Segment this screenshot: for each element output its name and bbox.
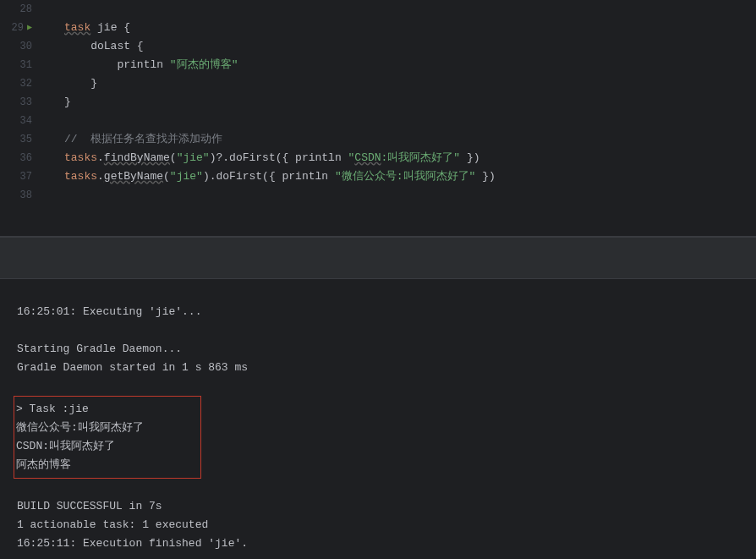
console-output: CSDN:叫我阿杰好了 bbox=[16, 437, 199, 456]
code-line[interactable]: tasks.getByName("jie").doFirst({ println… bbox=[64, 167, 756, 186]
line-number[interactable]: 34 bbox=[0, 112, 39, 130]
console-output: 16:25:01: Executing 'jie'... bbox=[17, 303, 756, 321]
console-output: 16:25:11: Execution finished 'jie'. bbox=[17, 534, 756, 553]
console-output bbox=[17, 321, 756, 340]
code-line[interactable]: println "阿杰的博客" bbox=[64, 56, 756, 74]
run-icon[interactable]: ▶ bbox=[27, 19, 32, 37]
code-line[interactable]: task jie { bbox=[64, 19, 756, 37]
line-gutter: 28 29▶ 30 31 32 33 34 35 36 37 38 bbox=[0, 0, 39, 236]
console-output: BUILD SUCCESSFUL in 7s bbox=[17, 497, 756, 516]
console-output bbox=[17, 377, 756, 396]
console-output: Gradle Daemon started in 1 s 863 ms bbox=[17, 359, 756, 377]
line-number[interactable]: 32 bbox=[0, 74, 39, 93]
line-number[interactable]: 37 bbox=[0, 167, 39, 186]
console-output: 1 actionable task: 1 executed bbox=[17, 516, 756, 534]
console-output: 微信公众号:叫我阿杰好了 bbox=[16, 419, 199, 437]
divider-bar[interactable] bbox=[0, 237, 756, 279]
line-number[interactable]: 30 bbox=[0, 37, 39, 56]
code-line[interactable] bbox=[64, 186, 756, 205]
console-output: 阿杰的博客 bbox=[16, 456, 199, 474]
code-line[interactable]: doLast { bbox=[64, 37, 756, 56]
highlighted-output: > Task :jie 微信公众号:叫我阿杰好了 CSDN:叫我阿杰好了 阿杰的… bbox=[14, 396, 201, 479]
code-line[interactable]: tasks.findByName("jie")?.doFirst({ print… bbox=[64, 149, 756, 167]
console-output bbox=[17, 479, 756, 497]
line-number[interactable]: 35 bbox=[0, 130, 39, 149]
line-number[interactable]: 31 bbox=[0, 56, 39, 74]
code-area[interactable]: task jie { doLast { println "阿杰的博客" } } … bbox=[39, 0, 756, 236]
line-number[interactable]: 36 bbox=[0, 149, 39, 167]
console-pane[interactable]: 16:25:01: Executing 'jie'... Starting Gr… bbox=[0, 279, 756, 559]
code-line[interactable]: } bbox=[64, 74, 756, 93]
editor-pane: 28 29▶ 30 31 32 33 34 35 36 37 38 task j… bbox=[0, 0, 756, 237]
code-line[interactable] bbox=[64, 112, 756, 130]
code-line[interactable]: } bbox=[64, 93, 756, 112]
code-line[interactable]: // 根据任务名查找并添加动作 bbox=[64, 130, 756, 149]
line-number[interactable]: 33 bbox=[0, 93, 39, 112]
line-number[interactable]: 38 bbox=[0, 186, 39, 205]
console-output: Starting Gradle Daemon... bbox=[17, 340, 756, 359]
line-number[interactable]: 28 bbox=[0, 0, 39, 19]
code-line[interactable] bbox=[64, 0, 756, 19]
line-number[interactable]: 29▶ bbox=[0, 19, 39, 37]
console-output: > Task :jie bbox=[16, 400, 199, 419]
